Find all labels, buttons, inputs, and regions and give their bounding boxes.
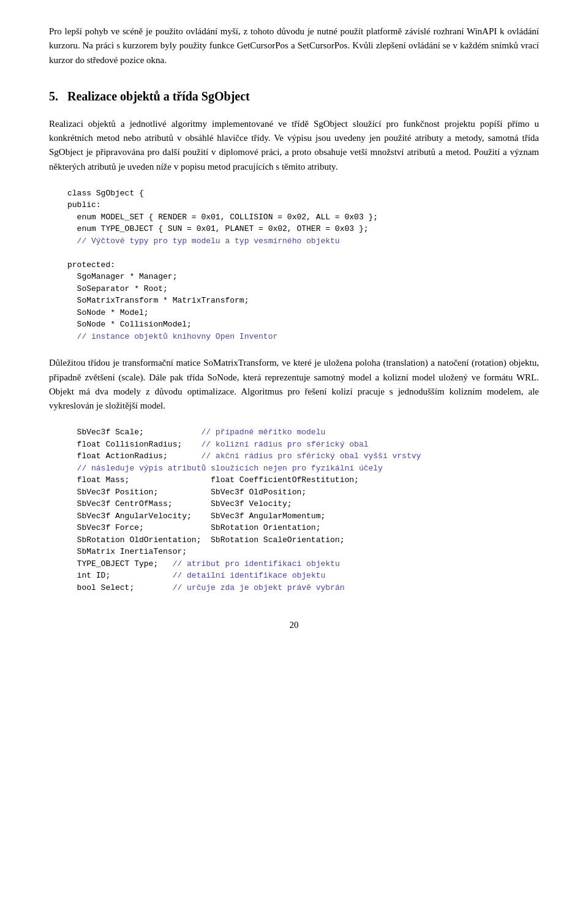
code-block-1: class SgObject { public: enum MODEL_SET … [49,187,539,343]
section-number: 5. [49,89,58,103]
section-title: Realizace objektů a třída SgObject [67,89,250,103]
paragraph-3: Důležitou třídou je transformační matice… [49,356,539,413]
code-line: SgoManager * Manager; SoSeparator * Root… [67,272,249,329]
code-line: class SgObject { [67,189,144,198]
page-number: 20 [290,620,299,630]
page-footer: 20 [49,618,539,632]
code-line: enum MODEL_SET { RENDER = 0x01, COLLISIO… [67,213,378,234]
code-comment-2: // instance objektů knihovny Open Invent… [67,332,277,341]
code-line: SbVec3f Scale; // případné měřítko model… [67,428,421,461]
section-header: 5. Realizace objektů a třída SgObject [49,87,539,106]
code-twocol-1: float Mass; float CoefficientOfRestituti… [67,475,359,592]
paragraph-2: Realizaci objektů a jednotlivé algoritmy… [49,117,539,174]
paragraph-1: Pro lepší pohyb ve scéně je použito ovlá… [49,25,539,67]
code-comment-3: // následuje výpis atributů sloužících n… [67,464,383,473]
code-keyword-protected: protected: [67,260,115,270]
code-comment-1: // Výčtové typy pro typ modelu a typ ves… [67,236,340,246]
code-keyword-public: public: [67,200,101,210]
code-block-2: SbVec3f Scale; // případné měřítko model… [49,426,539,594]
